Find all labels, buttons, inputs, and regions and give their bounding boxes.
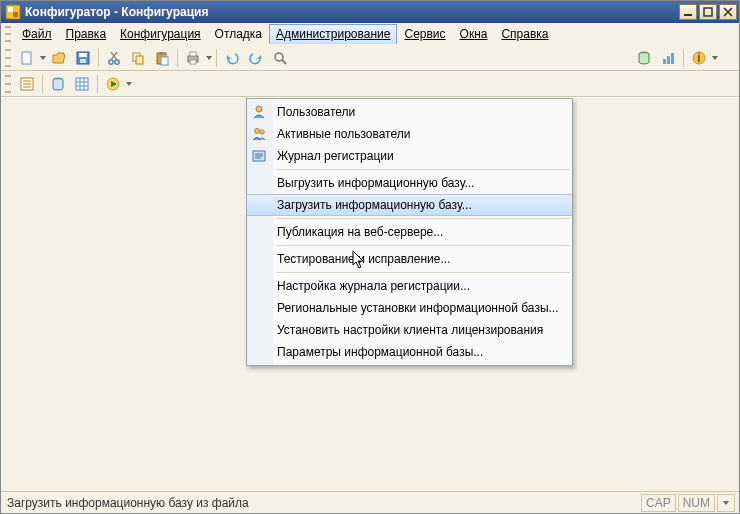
toolbar-grip [5, 49, 11, 67]
tool-help-dropdown[interactable] [711, 56, 719, 60]
title-bar: Конфигуратор - Конфигурация [1, 1, 739, 23]
new-doc-button[interactable] [16, 47, 38, 69]
svg-rect-27 [667, 56, 670, 64]
users-icon [251, 126, 267, 142]
status-num: NUM [678, 494, 715, 512]
find-button[interactable] [269, 47, 291, 69]
svg-rect-10 [80, 59, 86, 63]
svg-rect-9 [79, 53, 87, 57]
menu-separator [277, 218, 570, 219]
separator [98, 49, 99, 67]
tool-config-tree[interactable] [16, 73, 38, 95]
open-button[interactable] [48, 47, 70, 69]
menu-debug[interactable]: Отладка [208, 24, 269, 44]
svg-rect-22 [190, 60, 196, 64]
app-window: Конфигуратор - Конфигурация Файл Правка … [0, 0, 740, 514]
log-icon [251, 148, 267, 164]
svg-rect-18 [159, 52, 164, 55]
menu-item-label: Публикация на веб-сервере... [277, 225, 443, 239]
svg-rect-16 [136, 56, 143, 64]
status-dropdown[interactable] [717, 494, 735, 512]
menu-edit[interactable]: Правка [59, 24, 114, 44]
minimize-button[interactable] [679, 4, 697, 20]
print-dropdown[interactable] [205, 56, 213, 60]
tool-grid-icon[interactable] [71, 73, 93, 95]
menu-file[interactable]: Файл [15, 24, 59, 44]
menu-item-test-fix[interactable]: Тестирование и исправление... [247, 248, 572, 270]
paste-button[interactable] [151, 47, 173, 69]
tool-chart[interactable] [657, 47, 679, 69]
toolbar-secondary [1, 71, 739, 97]
menu-item-label: Активные пользователи [277, 127, 410, 141]
tool-db-icon[interactable] [47, 73, 69, 95]
svg-point-23 [275, 53, 283, 61]
menu-item-publish[interactable]: Публикация на веб-сервере... [247, 221, 572, 243]
menu-item-ib-params[interactable]: Параметры информационной базы... [247, 341, 572, 363]
separator [97, 75, 98, 93]
menu-windows[interactable]: Окна [453, 24, 495, 44]
separator [216, 49, 217, 67]
menu-item-users[interactable]: Пользователи [247, 101, 572, 123]
menu-admin[interactable]: Администрирование [269, 24, 397, 44]
svg-rect-4 [704, 8, 712, 16]
menu-item-label: Журнал регистрации [277, 149, 394, 163]
window-title: Конфигуратор - Конфигурация [25, 5, 677, 19]
svg-rect-28 [671, 53, 674, 64]
menu-item-active-users[interactable]: Активные пользователи [247, 123, 572, 145]
tool-help-info[interactable]: i [688, 47, 710, 69]
menu-item-license[interactable]: Установить настройки клиента лицензирова… [247, 319, 572, 341]
work-area: Пользователи Активные пользователи Журна… [1, 97, 739, 491]
menu-item-label: Пользователи [277, 105, 355, 119]
svg-rect-19 [161, 57, 168, 65]
redo-button[interactable] [245, 47, 267, 69]
menu-item-event-log[interactable]: Журнал регистрации [247, 145, 572, 167]
tool-run-button[interactable] [102, 73, 124, 95]
menu-config[interactable]: Конфигурация [113, 24, 208, 44]
menu-item-label: Загрузить информационную базу... [277, 198, 472, 212]
menu-help[interactable]: Справка [494, 24, 555, 44]
menu-item-regional[interactable]: Региональные установки информационной ба… [247, 297, 572, 319]
svg-rect-3 [684, 14, 692, 16]
separator [683, 49, 684, 67]
print-button[interactable] [182, 47, 204, 69]
svg-rect-2 [13, 12, 18, 17]
menu-item-export-ib[interactable]: Выгрузить информационную базу... [247, 172, 572, 194]
menu-grip [5, 26, 11, 42]
tool-run-dropdown[interactable] [125, 82, 133, 86]
menu-item-label: Региональные установки информационной ба… [277, 301, 559, 315]
svg-rect-26 [663, 59, 666, 64]
save-button[interactable] [72, 47, 94, 69]
separator [42, 75, 43, 93]
menu-service[interactable]: Сервис [397, 24, 452, 44]
menu-item-label: Параметры информационной базы... [277, 345, 483, 359]
admin-dropdown-menu: Пользователи Активные пользователи Журна… [246, 98, 573, 366]
status-bar: Загрузить информационную базу из файла C… [1, 491, 739, 513]
svg-point-43 [255, 129, 260, 134]
menu-item-label: Выгрузить информационную базу... [277, 176, 474, 190]
menu-separator [277, 272, 570, 273]
svg-point-12 [115, 59, 119, 63]
maximize-button[interactable] [699, 4, 717, 20]
menu-item-label: Настройка журнала регистрации... [277, 279, 470, 293]
status-cap: CAP [641, 494, 676, 512]
svg-rect-36 [76, 78, 88, 90]
close-button[interactable] [719, 4, 737, 20]
copy-button[interactable] [127, 47, 149, 69]
cut-button[interactable] [103, 47, 125, 69]
menu-item-label: Установить настройки клиента лицензирова… [277, 323, 543, 337]
menu-separator [277, 245, 570, 246]
menu-bar: Файл Правка Конфигурация Отладка Админис… [1, 23, 739, 45]
menu-separator [277, 169, 570, 170]
svg-point-42 [256, 106, 262, 112]
svg-line-24 [282, 60, 286, 64]
undo-button[interactable] [221, 47, 243, 69]
menu-item-import-ib[interactable]: Загрузить информационную базу... [247, 194, 572, 216]
svg-text:i: i [697, 51, 700, 65]
app-icon [5, 4, 21, 20]
svg-rect-21 [190, 52, 196, 56]
svg-point-11 [109, 59, 113, 63]
tool-db[interactable] [633, 47, 655, 69]
new-doc-dropdown[interactable] [39, 56, 47, 60]
menu-item-log-setup[interactable]: Настройка журнала регистрации... [247, 275, 572, 297]
toolbar-main: i [1, 45, 739, 71]
